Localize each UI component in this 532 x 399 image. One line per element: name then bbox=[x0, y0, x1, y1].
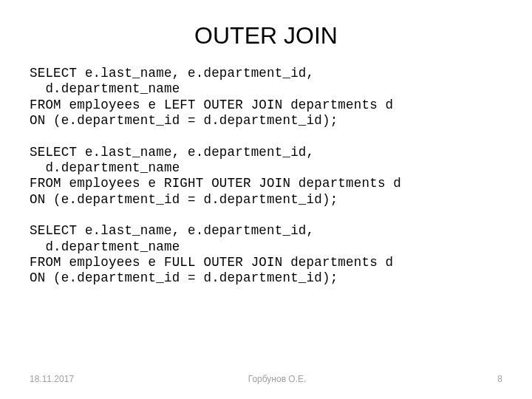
slide-footer: 18.11.2017 Горбунов О.Е. 8 bbox=[0, 374, 532, 384]
slide-container: OUTER JOIN SELECT e.last_name, e.departm… bbox=[0, 0, 532, 399]
slide-title: OUTER JOIN bbox=[30, 22, 502, 50]
footer-date: 18.11.2017 bbox=[30, 374, 74, 384]
sql-code-block: SELECT e.last_name, e.department_id, d.d… bbox=[30, 66, 502, 287]
footer-page-number: 8 bbox=[480, 374, 502, 384]
footer-author: Горбунов О.Е. bbox=[74, 374, 480, 384]
